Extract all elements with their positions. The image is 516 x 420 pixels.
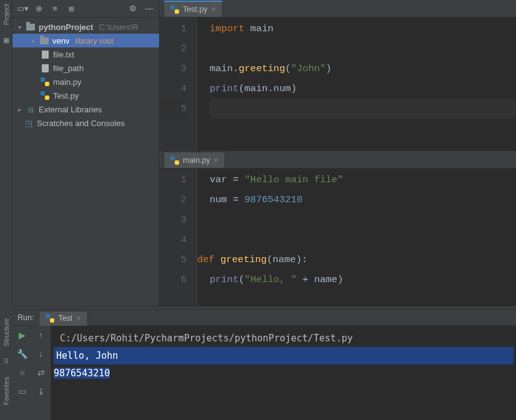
project-view-combo-icon[interactable]: ▭▾ <box>17 4 27 14</box>
tree-venv-label: venv <box>52 36 69 46</box>
close-icon[interactable]: × <box>214 156 218 165</box>
scratches-icon: ◳ <box>24 119 34 128</box>
tree-file-txt[interactable]: file.txt <box>12 47 159 61</box>
project-pane: ▭▾ ⊕ ≡ ≣ ⚙ — ▾ pythonProject C:\Users\R … <box>12 0 160 306</box>
run-output-line: Hello, John <box>54 347 514 364</box>
folder-icon <box>40 37 49 44</box>
locate-icon[interactable]: ⊕ <box>34 4 44 14</box>
editor-main[interactable]: 1 2 3 4 5 6 var = "Hello main file" num … <box>160 168 516 306</box>
tree-item-label: file.txt <box>53 50 74 59</box>
tab-main-py[interactable]: main.py × <box>163 152 225 168</box>
code-area[interactable]: var = "Hello main file" num = 9876543210… <box>197 168 516 306</box>
tree-venv-hint: library root <box>75 36 113 46</box>
tree-venv[interactable]: ▸ venv library root <box>12 34 159 47</box>
tree-main-py[interactable]: main.py <box>12 75 159 89</box>
tree-item-label: file_path <box>53 64 84 73</box>
tree-item-label: main.py <box>53 77 82 87</box>
run-output-path: C:/Users/Rohit/PycharmProjects/pythonPro… <box>54 330 514 347</box>
gutter: 1 2 3 4 5 <box>160 17 197 150</box>
tree-external-libs[interactable]: ▸ ⫼ External Libraries <box>12 102 159 116</box>
side-strip-bottom: Structure ⠿ Favorites <box>0 306 12 420</box>
gutter: 1 2 3 4 5 6 <box>160 168 197 306</box>
close-icon[interactable]: × <box>76 314 80 323</box>
down-icon[interactable]: ↓ <box>32 344 51 363</box>
tree-root-label: pythonProject <box>39 22 93 32</box>
python-file-icon <box>170 156 179 165</box>
favorites-label[interactable]: Favorites <box>2 377 10 405</box>
run-header: Run: Test × <box>12 310 516 326</box>
chevron-right-icon: ▸ <box>30 37 36 44</box>
run-toolbar: ▶ ↑ 🔧 ↓ ■ ⇄ ▭ ⤓ <box>12 326 51 420</box>
tabbar-top: Test.py × <box>160 0 516 17</box>
rerun-icon[interactable]: ▶ <box>12 326 32 344</box>
editor-test[interactable]: 1 2 3 4 5 import main main.greeting("Joh… <box>160 17 516 150</box>
file-icon <box>42 51 49 59</box>
project-toolbar: ▭▾ ⊕ ≡ ≣ ⚙ — <box>12 0 159 17</box>
python-file-icon <box>46 314 54 323</box>
tree-test-py[interactable]: Test.py <box>12 89 159 102</box>
project-toolwindow-label[interactable]: Project <box>2 4 10 25</box>
editor-area: Test.py × 1 2 3 4 5 import main main.gre… <box>160 0 516 306</box>
tree-file-path[interactable]: file_path <box>12 61 159 75</box>
run-tab[interactable]: Test × <box>39 311 87 326</box>
layout-icon[interactable]: ▭ <box>12 382 32 401</box>
soft-wrap-icon[interactable]: ⇄ <box>32 363 51 382</box>
chevron-down-icon: ▾ <box>16 24 22 31</box>
structure-label[interactable]: Structure <box>2 318 10 346</box>
run-output-line: 9876543210 <box>54 364 514 382</box>
run-panel: Run: Test × ▶ ↑ 🔧 ↓ ■ ⇄ ▭ ⤓ C:/Users/Roh… <box>12 310 516 420</box>
tree-item-label: Scratches and Consoles <box>37 119 125 128</box>
chevron-right-icon: ▸ <box>16 106 22 113</box>
up-icon[interactable]: ↑ <box>32 326 51 344</box>
tree-item-label: External Libraries <box>39 105 102 114</box>
python-file-icon <box>41 91 49 100</box>
tab-label: main.py <box>183 156 210 165</box>
structure-icon[interactable]: ⠿ <box>4 358 9 366</box>
stop-icon[interactable]: ■ <box>12 363 32 382</box>
wrench-icon[interactable]: 🔧 <box>12 344 32 363</box>
tree-root-path: C:\Users\R <box>99 22 139 32</box>
close-icon[interactable]: × <box>212 5 216 14</box>
expand-all-icon[interactable]: ≡ <box>50 4 60 14</box>
tabbar-bottom: main.py × <box>160 151 516 168</box>
tree-root[interactable]: ▾ pythonProject C:\Users\R <box>12 20 159 34</box>
tab-label: Test.py <box>183 5 208 14</box>
tree-item-label: Test.py <box>53 91 79 100</box>
libraries-icon: ⫼ <box>26 105 36 114</box>
project-toolwindow-icon[interactable]: ▦ <box>3 36 9 44</box>
code-area[interactable]: import main main.greeting("John") print(… <box>197 17 516 150</box>
gear-icon[interactable]: ⚙ <box>128 4 138 14</box>
scroll-to-end-icon[interactable]: ⤓ <box>32 382 51 401</box>
python-file-icon <box>41 77 49 86</box>
tree-scratches[interactable]: ◳ Scratches and Consoles <box>12 116 159 130</box>
python-file-icon <box>170 5 179 14</box>
run-tab-label: Test <box>58 314 72 323</box>
file-icon <box>42 64 49 72</box>
tab-test-py[interactable]: Test.py × <box>163 1 223 17</box>
project-tree: ▾ pythonProject C:\Users\R ▸ venv librar… <box>12 17 159 132</box>
run-output[interactable]: C:/Users/Rohit/PycharmProjects/pythonPro… <box>51 326 516 420</box>
run-label: Run: <box>17 313 34 322</box>
collapse-all-icon[interactable]: ≣ <box>66 4 76 14</box>
folder-icon <box>26 24 35 31</box>
hide-icon[interactable]: — <box>144 4 154 14</box>
